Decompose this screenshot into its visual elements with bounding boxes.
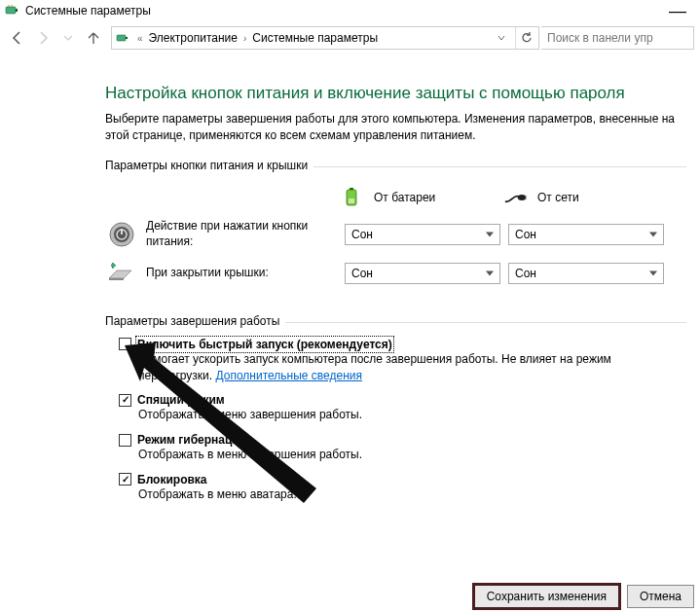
- cancel-button[interactable]: Отмена: [627, 585, 694, 608]
- svg-rect-9: [525, 198, 527, 199]
- checkbox-label[interactable]: Режим гибернации: [137, 433, 246, 447]
- search-input[interactable]: Поиск в панели упр: [541, 26, 694, 50]
- back-button[interactable]: [6, 26, 29, 50]
- chevron-icon: «: [135, 33, 145, 44]
- checkbox[interactable]: [119, 338, 131, 350]
- power-button-action-label: Действие при нажатии кнопки питания:: [146, 219, 337, 249]
- breadcrumb-item[interactable]: Системные параметры: [252, 31, 378, 45]
- power-button-ac-select[interactable]: Сон: [508, 224, 664, 245]
- battery-icon: [341, 186, 364, 209]
- up-button[interactable]: [82, 26, 105, 50]
- page-intro: Выберите параметры завершения работы для…: [105, 111, 686, 145]
- minimize-button[interactable]: —: [659, 1, 696, 21]
- window-title: Системные параметры: [25, 4, 151, 18]
- shutdown-option: БлокировкаОтображать в меню аватара.: [119, 473, 686, 503]
- lid-ac-select[interactable]: Сон: [508, 263, 664, 284]
- ac-source-label: От сети: [537, 191, 579, 204]
- svg-rect-2: [117, 35, 126, 41]
- group-power-title: Параметры кнопки питания и крышки: [105, 159, 313, 172]
- lid-battery-select[interactable]: Сон: [345, 263, 500, 284]
- checkbox-description: Отображать в меню завершения работы.: [138, 447, 683, 463]
- chevron-right-icon: ›: [241, 33, 248, 44]
- checkbox[interactable]: [119, 434, 131, 447]
- refresh-button[interactable]: [515, 27, 536, 49]
- checkbox[interactable]: [119, 394, 131, 407]
- window-icon: [4, 3, 19, 18]
- svg-rect-13: [121, 229, 123, 234]
- power-button-battery-select[interactable]: Сон: [345, 224, 500, 245]
- checkbox[interactable]: [119, 473, 131, 486]
- lid-close-icon: [105, 257, 138, 290]
- power-button-icon: [105, 218, 138, 251]
- svg-rect-3: [126, 37, 128, 39]
- svg-rect-0: [6, 7, 16, 14]
- search-placeholder: Поиск в панели упр: [547, 31, 653, 45]
- breadcrumb-item[interactable]: Электропитание: [149, 31, 238, 45]
- checkbox-label[interactable]: Блокировка: [137, 473, 207, 486]
- shutdown-option: Спящий режимОтображать в меню завершения…: [119, 393, 686, 423]
- group-shutdown-title: Параметры завершения работы: [105, 314, 285, 328]
- shutdown-option: Режим гибернацииОтображать в меню заверш…: [119, 433, 686, 463]
- checkbox-label[interactable]: Включить быстрый запуск (рекомендуется): [137, 338, 392, 351]
- save-button[interactable]: Сохранить изменения: [474, 585, 619, 608]
- shutdown-option: Включить быстрый запуск (рекомендуется)П…: [119, 338, 686, 384]
- svg-rect-6: [349, 198, 354, 203]
- power-plan-icon: [114, 29, 131, 47]
- checkbox-description: Помогает ускорить запуск компьютера посл…: [138, 351, 683, 384]
- more-info-link[interactable]: Дополнительные сведения: [215, 369, 361, 382]
- svg-rect-8: [525, 196, 527, 197]
- lid-close-label: При закрытии крышки:: [146, 266, 337, 281]
- page-title: Настройка кнопок питания и включение защ…: [105, 84, 686, 103]
- recent-dropdown[interactable]: [56, 26, 80, 50]
- checkbox-description: Отображать в меню завершения работы.: [138, 407, 683, 423]
- svg-rect-5: [350, 188, 353, 190]
- checkbox-description: Отображать в меню аватара.: [138, 486, 683, 503]
- address-dropdown[interactable]: [492, 34, 511, 42]
- svg-point-7: [518, 195, 527, 200]
- plug-icon: [504, 186, 528, 209]
- address-bar[interactable]: « Электропитание › Системные параметры: [111, 26, 539, 50]
- svg-rect-1: [16, 9, 18, 12]
- checkbox-label[interactable]: Спящий режим: [137, 393, 225, 407]
- forward-button[interactable]: [31, 26, 55, 50]
- battery-source-label: От батареи: [374, 191, 435, 204]
